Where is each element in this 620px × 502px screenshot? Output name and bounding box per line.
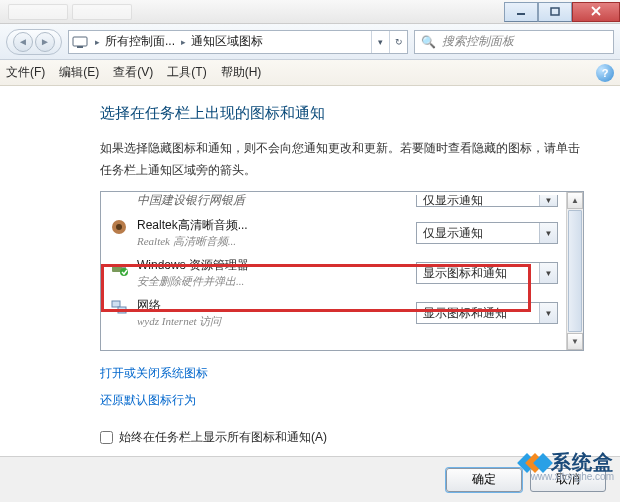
svg-rect-11 [112,301,120,307]
chevron-down-icon: ▼ [539,263,557,283]
window-titlebar [0,0,620,24]
list-item-title: 网络 [137,297,404,314]
menu-edit[interactable]: 编辑(E) [59,64,99,81]
app-icon [109,297,129,317]
menu-bar: 文件(F) 编辑(E) 查看(V) 工具(T) 帮助(H) ? [0,60,620,86]
scrollbar[interactable]: ▲ ▼ [566,192,583,350]
address-dropdown-button[interactable]: ▾ [371,31,389,53]
always-show-label: 始终在任务栏上显示所有图标和通知(A) [119,429,327,446]
behavior-dropdown[interactable]: 仅显示通知▼ [416,222,558,244]
page-title: 选择在任务栏上出现的图标和通知 [100,104,584,123]
menu-tools[interactable]: 工具(T) [167,64,206,81]
help-icon[interactable]: ? [596,64,614,82]
list-item: Windows 资源管理器安全删除硬件并弹出...显示图标和通知▼ [101,253,566,293]
scroll-thumb[interactable] [568,210,582,332]
scroll-down-button[interactable]: ▼ [567,333,583,350]
menu-help[interactable]: 帮助(H) [221,64,262,81]
search-input[interactable]: 🔍 搜索控制面板 [414,30,614,54]
window-close-button[interactable] [572,2,620,22]
chevron-down-icon: ▼ [539,303,557,323]
titlebar-ghost-button [72,4,132,20]
svg-rect-5 [77,46,83,48]
svg-point-7 [116,224,122,230]
dropdown-value: 仅显示通知 [423,195,483,207]
menu-view[interactable]: 查看(V) [113,64,153,81]
dropdown-value: 显示图标和通知 [423,305,507,322]
app-icon [109,257,129,277]
page-description: 如果选择隐藏图标和通知，则不会向您通知更改和更新。若要随时查看隐藏的图标，请单击… [100,137,584,181]
menu-file[interactable]: 文件(F) [6,64,45,81]
list-item-subtitle: 安全删除硬件并弹出... [137,274,404,289]
window-maximize-button[interactable] [538,2,572,22]
nav-arrows: ◄ ► [6,29,62,55]
list-item: 中国建设银行网银盾仅显示通知▼ [101,192,566,213]
list-item: Realtek高清晰音频...Realtek 高清晰音频...仅显示通知▼ [101,213,566,253]
nav-forward-button[interactable]: ► [35,32,55,52]
control-panel-icon [69,35,91,49]
ok-button[interactable]: 确定 [446,468,522,492]
behavior-dropdown[interactable]: 显示图标和通知▼ [416,262,558,284]
list-item-title: 中国建设银行网银盾 [137,192,404,209]
scroll-up-button[interactable]: ▲ [567,192,583,209]
behavior-dropdown[interactable]: 仅显示通知▼ [416,195,558,207]
svg-rect-1 [551,8,559,15]
list-item-subtitle: Realtek 高清晰音频... [137,234,404,249]
nav-back-button[interactable]: ◄ [13,32,33,52]
svg-rect-4 [73,37,87,46]
dialog-footer: 确定 取消 [0,456,620,502]
list-item: 网络wydz Internet 访问显示图标和通知▼ [101,293,566,333]
app-icon [109,217,129,237]
dropdown-value: 显示图标和通知 [423,265,507,282]
address-refresh-button[interactable]: ↻ [389,31,407,53]
navigation-bar: ◄ ► ▸ 所有控制面... ▸ 通知区域图标 ▾ ↻ 🔍 搜索控制面板 [0,24,620,60]
icon-list-container: 中国建设银行网银盾仅显示通知▼Realtek高清晰音频...Realtek 高清… [100,191,584,351]
link-toggle-system-icons[interactable]: 打开或关闭系统图标 [100,365,208,382]
search-icon: 🔍 [421,35,436,49]
titlebar-ghost-button [8,4,68,20]
window-minimize-button[interactable] [504,2,538,22]
cancel-button[interactable]: 取消 [530,468,606,492]
search-placeholder: 搜索控制面板 [442,33,514,50]
chevron-down-icon: ▼ [539,223,557,243]
list-item-title: Windows 资源管理器 [137,257,404,274]
link-restore-defaults[interactable]: 还原默认图标行为 [100,392,196,409]
address-bar[interactable]: ▸ 所有控制面... ▸ 通知区域图标 ▾ ↻ [68,30,408,54]
list-item-title: Realtek高清晰音频... [137,217,404,234]
dropdown-value: 仅显示通知 [423,225,483,242]
breadcrumb-separator-icon: ▸ [91,37,103,47]
breadcrumb-separator-icon: ▸ [177,37,189,47]
list-item-subtitle: wydz Internet 访问 [137,314,404,329]
content-area: 选择在任务栏上出现的图标和通知 如果选择隐藏图标和通知，则不会向您通知更改和更新… [0,86,620,446]
always-show-checkbox-row: 始终在任务栏上显示所有图标和通知(A) [100,429,584,446]
links-section: 打开或关闭系统图标 还原默认图标行为 [100,365,584,419]
breadcrumb-segment[interactable]: 通知区域图标 [189,33,265,50]
behavior-dropdown[interactable]: 显示图标和通知▼ [416,302,558,324]
breadcrumb-segment[interactable]: 所有控制面... [103,33,177,50]
always-show-checkbox[interactable] [100,431,113,444]
chevron-down-icon: ▼ [539,195,557,206]
svg-rect-12 [118,307,126,313]
